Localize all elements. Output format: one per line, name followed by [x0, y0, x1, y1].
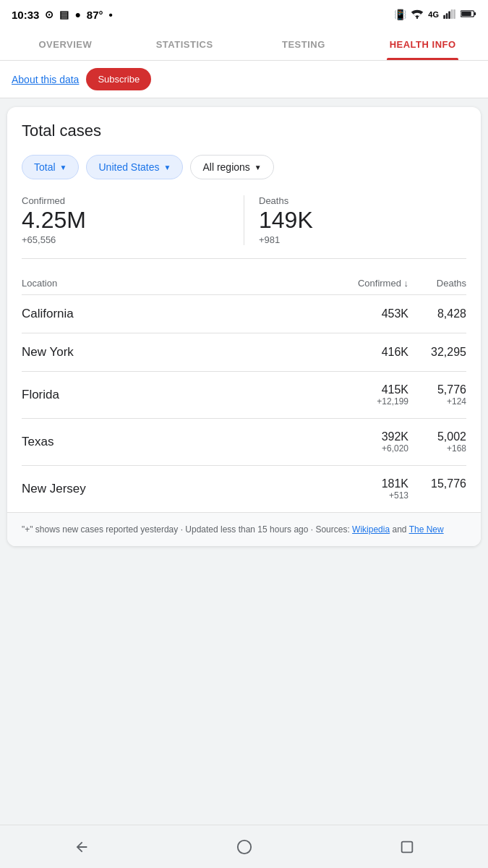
- table-row[interactable]: New York 416K 32,295: [22, 333, 466, 372]
- region-filter-label: All regions: [202, 161, 249, 173]
- row-deaths-2: 5,776 +124: [408, 383, 466, 407]
- tab-overview[interactable]: OVERVIEW: [6, 29, 125, 60]
- status-time: 10:33: [12, 9, 39, 21]
- row-right-0: 453K 8,428: [336, 307, 466, 320]
- row-location-4: New Jersey: [22, 482, 336, 496]
- svg-rect-4: [451, 9, 453, 18]
- home-button[interactable]: [230, 833, 259, 861]
- confirmed-delta: +65,556: [22, 234, 229, 245]
- row-confirmed-0: 453K: [336, 307, 408, 320]
- back-button[interactable]: [67, 833, 96, 861]
- row-confirmed-2: 415K +12,199: [336, 383, 408, 407]
- row-confirmed-4: 181K +513: [336, 477, 408, 501]
- status-dot: •: [109, 9, 113, 21]
- row-right-4: 181K +513 15,776: [336, 477, 466, 501]
- svg-rect-7: [474, 12, 476, 14]
- card-title: Total cases: [22, 122, 466, 140]
- row-right-2: 415K +12,199 5,776 +124: [336, 383, 466, 407]
- confirmed-label: Confirmed: [22, 195, 229, 206]
- status-temp: 87°: [87, 9, 103, 21]
- country-filter-label: United States: [98, 161, 159, 173]
- deaths-stat-block: Deaths 149K +981: [244, 195, 466, 245]
- table-header: Location Confirmed ↓ Deaths: [22, 273, 466, 295]
- about-data-link[interactable]: About this data: [12, 74, 79, 85]
- row-right-3: 392K +6,020 5,002 +168: [336, 430, 466, 454]
- deaths-delta: +981: [259, 234, 466, 245]
- svg-rect-3: [448, 11, 450, 19]
- table-body: California 453K 8,428 New York 416K 32,2…: [22, 295, 466, 512]
- tab-health-info[interactable]: HEALTH INFO: [363, 29, 482, 60]
- country-filter-arrow-icon: ▼: [164, 163, 171, 171]
- th-location: Location: [22, 278, 336, 289]
- row-deaths-1: 32,295: [408, 346, 466, 359]
- row-confirmed-1: 416K: [336, 346, 408, 359]
- row-location-1: New York: [22, 345, 336, 359]
- total-filter-button[interactable]: Total ▼: [22, 155, 79, 179]
- region-filter-arrow-icon: ▼: [254, 163, 262, 171]
- status-icon-3: ●: [74, 9, 80, 20]
- svg-rect-8: [461, 12, 471, 16]
- th-deaths: Deaths: [408, 278, 466, 289]
- row-location-0: California: [22, 307, 336, 321]
- total-filter-arrow-icon: ▼: [60, 163, 67, 171]
- table-row[interactable]: California 453K 8,428: [22, 295, 466, 333]
- th-confirmed: Confirmed ↓: [336, 278, 408, 289]
- table-row[interactable]: Texas 392K +6,020 5,002 +168: [22, 419, 466, 466]
- bottom-nav: [0, 825, 488, 868]
- country-filter-button[interactable]: United States ▼: [86, 155, 183, 179]
- status-icon-2: ▤: [59, 9, 69, 20]
- main-card: Total cases Total ▼ United States ▼ All …: [7, 107, 481, 546]
- confirmed-stat-block: Confirmed 4.25M +65,556: [22, 195, 244, 245]
- th-right: Confirmed ↓ Deaths: [336, 278, 466, 289]
- table-row[interactable]: New Jersey 181K +513 15,776: [22, 466, 466, 512]
- wikipedia-link[interactable]: Wikipedia: [352, 524, 390, 535]
- vibrate-icon: 📳: [394, 9, 406, 20]
- confirmed-value: 4.25M: [22, 208, 229, 233]
- svg-rect-2: [446, 13, 448, 19]
- row-deaths-3: 5,002 +168: [408, 430, 466, 454]
- svg-point-9: [237, 840, 250, 853]
- subscribe-button[interactable]: Subscribe: [86, 68, 151, 90]
- row-confirmed-3: 392K +6,020: [336, 430, 408, 454]
- row-right-1: 416K 32,295: [336, 346, 466, 359]
- nav-tabs: OVERVIEW STATISTICS TESTING HEALTH INFO: [0, 29, 488, 61]
- row-location-3: Texas: [22, 435, 336, 449]
- top-partial-row: About this data Subscribe: [0, 61, 488, 98]
- recents-button[interactable]: [393, 833, 421, 861]
- footer-text: "+" shows new cases reported yesterday ·…: [22, 523, 466, 536]
- row-location-2: Florida: [22, 388, 336, 402]
- row-deaths-4: 15,776: [408, 477, 466, 501]
- status-left: 10:33 ⊙ ▤ ● 87° •: [12, 9, 113, 21]
- signal-bars-icon: [443, 9, 456, 21]
- status-bar: 10:33 ⊙ ▤ ● 87° • 📳 4G: [0, 0, 488, 29]
- filter-row: Total ▼ United States ▼ All regions ▼: [22, 155, 466, 179]
- table-row[interactable]: Florida 415K +12,199 5,776 +124: [22, 372, 466, 419]
- region-filter-button[interactable]: All regions ▼: [190, 155, 273, 179]
- svg-rect-1: [443, 14, 445, 18]
- signal-4g-icon: 4G: [428, 10, 439, 19]
- wifi-icon: [411, 9, 424, 21]
- svg-rect-5: [453, 9, 455, 18]
- status-right: 📳 4G: [394, 9, 476, 21]
- stats-row: Confirmed 4.25M +65,556 Deaths 149K +981: [22, 195, 466, 259]
- svg-rect-10: [401, 841, 412, 852]
- the-new-link[interactable]: The New: [409, 524, 444, 535]
- tab-statistics[interactable]: STATISTICS: [125, 29, 244, 60]
- battery-icon: [461, 9, 476, 21]
- total-filter-label: Total: [34, 161, 56, 173]
- deaths-label: Deaths: [259, 195, 466, 206]
- status-icon-1: ⊙: [45, 9, 53, 20]
- deaths-value: 149K: [259, 208, 466, 233]
- card-footer: "+" shows new cases reported yesterday ·…: [7, 512, 481, 546]
- row-deaths-0: 8,428: [408, 307, 466, 320]
- tab-testing[interactable]: TESTING: [244, 29, 364, 60]
